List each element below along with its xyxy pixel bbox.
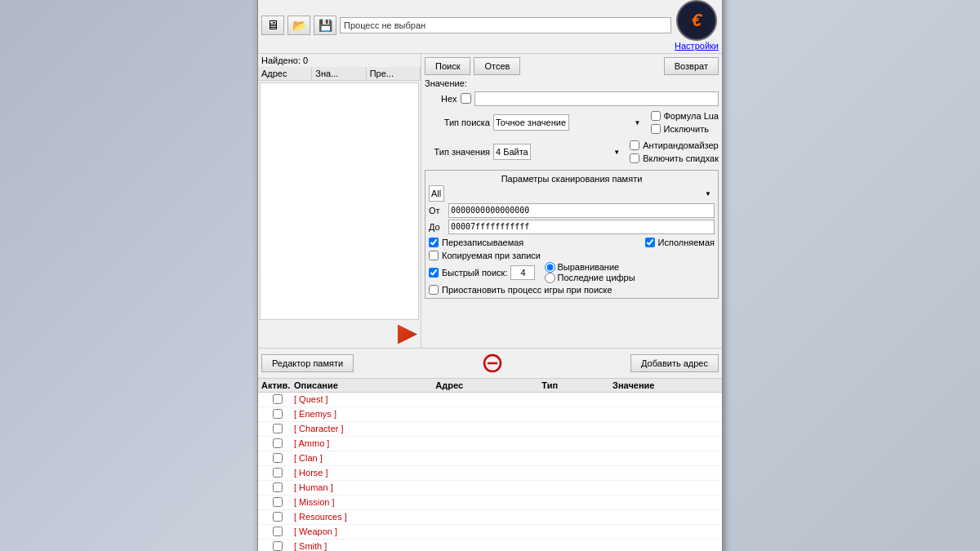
row-desc-2: [ Character ] — [294, 424, 435, 433]
to-input[interactable] — [448, 220, 715, 234]
table-row[interactable]: [ Resources ] — [258, 510, 722, 525]
hex-checkbox[interactable] — [461, 93, 471, 104]
settings-link[interactable]: Настройки — [675, 41, 719, 51]
row-desc-7: [ Mission ] — [294, 497, 435, 507]
fast-search-value-input[interactable] — [510, 265, 535, 280]
fast-search-checkbox[interactable] — [429, 268, 439, 278]
memory-editor-button[interactable]: Редактор памяти — [261, 354, 354, 372]
all-dropdown-row: All — [429, 185, 715, 202]
table-row[interactable]: [ Clan ] — [258, 451, 722, 466]
table-header: Актив. Описание Адрес Тип Значение — [258, 379, 722, 393]
all-dropdown[interactable]: All — [429, 185, 444, 202]
last-digits-radio[interactable] — [545, 273, 555, 283]
row-checkbox-4[interactable] — [273, 453, 283, 463]
row-checkbox-9[interactable] — [273, 527, 283, 536]
executable-row: Исполняемая — [645, 238, 715, 247]
row-checkbox-1[interactable] — [273, 409, 283, 419]
right-checkboxes-1: Формула Lua Исключить — [651, 109, 719, 136]
table-row[interactable]: [ Weapon ] — [258, 525, 722, 540]
antirand-checkbox[interactable] — [630, 140, 639, 150]
row-desc-10: [ Smith ] — [294, 541, 435, 551]
from-input[interactable] — [448, 203, 715, 218]
table-row[interactable]: [ Horse ] — [258, 466, 722, 481]
search-type-row: Тип поиска Точное значение Формула Lua — [425, 109, 719, 136]
hex-label: Hex — [441, 94, 457, 104]
lua-label: Формула Lua — [664, 111, 719, 121]
table-row[interactable]: [ Ammo ] — [258, 437, 722, 451]
row-checkbox-0[interactable] — [273, 394, 283, 404]
table-row[interactable]: [ Smith ] — [258, 540, 722, 552]
row-checkbox-10[interactable] — [273, 541, 283, 551]
memory-checkboxes-row: Перезаписываемая Исполняемая — [429, 236, 715, 249]
table-row[interactable]: [ Mission ] — [258, 495, 722, 510]
right-checkboxes-2: Антирандомайзер Включить спидхак — [630, 139, 719, 165]
row-checkbox-8[interactable] — [273, 512, 283, 522]
speedhack-label: Включить спидхак — [643, 153, 719, 163]
value-input[interactable] — [474, 91, 719, 106]
table-section: Актив. Описание Адрес Тип Значение [ Que… — [258, 379, 722, 552]
lua-checkbox[interactable] — [651, 111, 661, 121]
process-name-label: Процесс не выбран — [344, 20, 425, 30]
col-addr-header: Адрес — [435, 380, 541, 390]
col-value-header: Зна... — [312, 67, 366, 80]
found-count-label: Найдено: 0 — [258, 54, 421, 67]
to-label: До — [429, 222, 445, 232]
right-panel: Поиск Отсев Возврат Значение: Hex Тип по… — [421, 54, 722, 348]
copy-on-write-row: Копируемая при записи — [429, 251, 715, 260]
speedhack-checkbox[interactable] — [630, 153, 639, 163]
arrow-area — [258, 322, 421, 348]
executable-checkbox[interactable] — [645, 238, 655, 247]
table-row[interactable]: [ Quest ] — [258, 393, 722, 407]
filter-button[interactable]: Отсев — [474, 57, 520, 75]
cancel-icon — [481, 352, 504, 375]
bottom-toolbar: Редактор памяти Добавить адрес — [258, 349, 722, 379]
table-row[interactable]: [ Human ] — [258, 481, 722, 495]
row-desc-1: [ Enemys ] — [294, 409, 435, 419]
left-panel: Найдено: 0 Адрес Зна... Пре... — [258, 54, 421, 348]
value-type-dropdown[interactable]: 4 Байта — [493, 144, 531, 160]
return-button[interactable]: Возврат — [664, 57, 719, 75]
alignment-radio[interactable] — [545, 262, 555, 273]
antirand-checkbox-row: Антирандомайзер — [630, 140, 719, 150]
row-checkbox-7[interactable] — [273, 497, 283, 507]
copy-on-write-checkbox[interactable] — [429, 251, 439, 260]
row-checkbox-3[interactable] — [273, 438, 283, 448]
value-type-row: Тип значения 4 Байта Антирандомайзер — [425, 139, 719, 165]
rewritable-label: Перезаписываемая — [442, 238, 523, 247]
search-type-dropdown-wrapper: Точное значение — [493, 114, 644, 131]
list-header: Адрес Зна... Пре... — [258, 67, 421, 81]
fast-search-row: Быстрый поиск: Выравнивание Последние ци… — [429, 262, 715, 283]
exclude-checkbox-row: Исключить — [651, 124, 719, 134]
row-desc-6: [ Human ] — [294, 482, 435, 492]
rewritable-row: Перезаписываемая — [429, 238, 523, 247]
radio-group: Выравнивание Последние цифры — [545, 262, 635, 283]
table-row[interactable]: [ Enemys ] — [258, 407, 722, 422]
row-checkbox-5[interactable] — [273, 468, 283, 478]
table-row[interactable]: [ Character ] — [258, 422, 722, 437]
exclude-checkbox[interactable] — [651, 124, 661, 134]
bottom-panel: Редактор памяти Добавить адрес Актив. Оп… — [258, 348, 722, 552]
suspend-label: Приостановить процесс игры при поиске — [442, 285, 612, 295]
logo-area: € Настройки — [675, 0, 719, 51]
toolbar-inner: 🖥 📂 💾 Процесс не выбран € Настройки — [261, 0, 719, 51]
add-address-button[interactable]: Добавить адрес — [630, 354, 719, 372]
row-checkbox-6[interactable] — [273, 482, 283, 492]
save-button[interactable]: 💾 — [314, 16, 336, 35]
search-type-dropdown[interactable]: Точное значение — [493, 114, 569, 131]
rewritable-checkbox[interactable] — [429, 238, 439, 247]
value-type-label: Тип значения — [425, 147, 490, 157]
arrow-right-icon — [398, 325, 417, 344]
copy-on-write-label: Копируемая при записи — [442, 251, 541, 260]
last-digits-label: Последние цифры — [557, 273, 635, 282]
value-row: Значение: — [425, 78, 719, 88]
fast-search-checkbox-row: Быстрый поиск: — [429, 268, 507, 278]
select-process-button[interactable]: 🖥 — [261, 16, 284, 35]
open-button[interactable]: 📂 — [287, 16, 310, 35]
last-digits-radio-row: Последние цифры — [545, 273, 635, 283]
search-button[interactable]: Поиск — [425, 57, 470, 75]
process-name-bar[interactable]: Процесс не выбран — [340, 17, 671, 33]
col-val-header: Значение — [612, 380, 719, 390]
suspend-checkbox[interactable] — [429, 285, 439, 295]
row-checkbox-2[interactable] — [273, 424, 283, 433]
col-type-header: Тип — [541, 380, 612, 390]
